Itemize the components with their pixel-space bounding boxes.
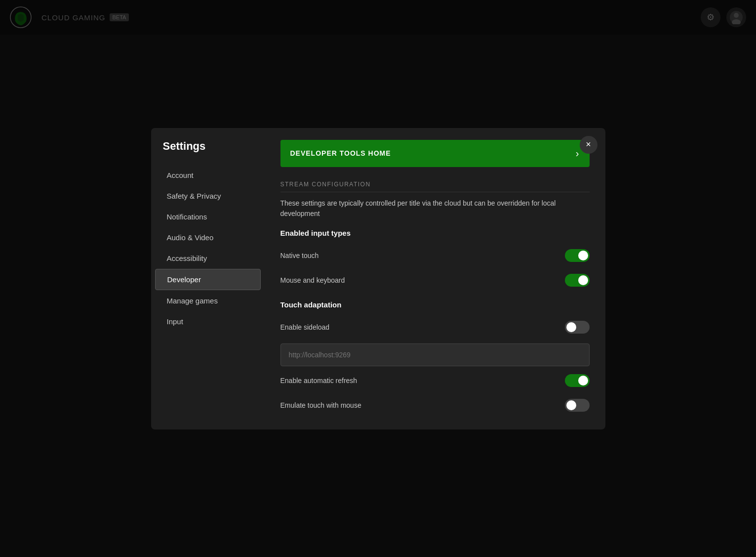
sidebar-item-developer[interactable]: Developer bbox=[155, 269, 261, 290]
close-button[interactable]: × bbox=[580, 136, 597, 154]
dev-tools-home-button[interactable]: DEVELOPER TOOLS HOME › bbox=[280, 140, 590, 167]
enabled-input-types-title: Enabled input types bbox=[280, 229, 590, 237]
enable-sideload-row: Enable sideload bbox=[280, 315, 590, 340]
native-touch-toggle[interactable] bbox=[565, 249, 590, 262]
mouse-keyboard-row: Mouse and keyboard bbox=[280, 268, 590, 293]
sidebar-item-accessibility[interactable]: Accessibility bbox=[155, 248, 261, 268]
sidebar-item-manage-games[interactable]: Manage games bbox=[155, 291, 261, 311]
emulate-touch-row: Emulate touch with mouse bbox=[280, 393, 590, 418]
sidebar-item-input[interactable]: Input bbox=[155, 311, 261, 332]
main-content: DEVELOPER TOOLS HOME › STREAM CONFIGURAT… bbox=[265, 128, 605, 429]
settings-title: Settings bbox=[151, 140, 265, 165]
enable-auto-refresh-toggle[interactable] bbox=[565, 374, 590, 387]
sidebar-item-safety-privacy[interactable]: Safety & Privacy bbox=[155, 186, 261, 206]
stream-config-header: STREAM CONFIGURATION bbox=[280, 181, 590, 192]
touch-adaptation-section: Touch adaptation Enable sideload Enable … bbox=[280, 300, 590, 418]
settings-dialog: × Settings Account Safety & Privacy Noti… bbox=[151, 128, 605, 429]
mouse-keyboard-toggle[interactable] bbox=[565, 274, 590, 287]
chevron-right-icon: › bbox=[576, 148, 580, 159]
modal-overlay: × Settings Account Safety & Privacy Noti… bbox=[0, 0, 756, 557]
enable-auto-refresh-label: Enable automatic refresh bbox=[280, 377, 358, 385]
touch-adaptation-title: Touch adaptation bbox=[280, 300, 590, 309]
sidebar: Settings Account Safety & Privacy Notifi… bbox=[151, 128, 265, 429]
dev-tools-label: DEVELOPER TOOLS HOME bbox=[290, 149, 391, 157]
emulate-touch-toggle[interactable] bbox=[565, 399, 590, 412]
mouse-keyboard-label: Mouse and keyboard bbox=[280, 276, 345, 284]
sidebar-item-audio-video[interactable]: Audio & Video bbox=[155, 227, 261, 248]
enable-sideload-label: Enable sideload bbox=[280, 323, 330, 331]
enable-sideload-toggle[interactable] bbox=[565, 321, 590, 334]
native-touch-label: Native touch bbox=[280, 252, 319, 259]
stream-config-desc: These settings are typically controlled … bbox=[280, 198, 590, 219]
emulate-touch-label: Emulate touch with mouse bbox=[280, 401, 361, 409]
sidebar-item-account[interactable]: Account bbox=[155, 165, 261, 185]
localhost-url-input[interactable] bbox=[280, 343, 590, 366]
enable-auto-refresh-row: Enable automatic refresh bbox=[280, 368, 590, 393]
sidebar-item-notifications[interactable]: Notifications bbox=[155, 207, 261, 227]
native-touch-row: Native touch bbox=[280, 243, 590, 268]
